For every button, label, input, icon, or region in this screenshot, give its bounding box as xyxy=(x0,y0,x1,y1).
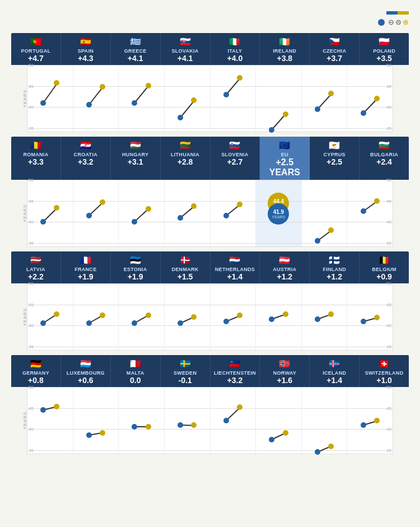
chart-col-austria xyxy=(256,283,302,350)
dot-2012-slovenia xyxy=(223,213,229,218)
dot-2022-slovenia xyxy=(237,202,242,207)
country-change-latvia: +2.2 xyxy=(13,272,58,281)
chart-col-netherlands xyxy=(211,283,256,350)
dot-2022-netherlands xyxy=(237,313,242,318)
dot-2022-spain xyxy=(100,84,105,90)
chart-col-finland xyxy=(302,283,348,350)
chart-col-estonia xyxy=(119,283,165,350)
charts-container: 🇵🇹 PORTUGAL +4.7 🇪🇸 SPAIN +4.3 🇬🇷 GREECE… xyxy=(11,33,409,454)
chart-col-belgium xyxy=(347,283,393,350)
country-name-ireland: IRELAND xyxy=(262,48,307,54)
chart-col-portugal xyxy=(27,65,73,132)
dot-2022-italy xyxy=(237,75,242,81)
country-name-slovenia: SLOVENIA xyxy=(213,152,258,157)
country-cell-slovakia: 🇸🇰 SLOVAKIA +4.1 xyxy=(161,33,211,65)
country-change-slovakia: +4.1 xyxy=(163,54,208,63)
chart-col-malta xyxy=(119,387,165,454)
country-name-belgium: BELGIUM xyxy=(362,267,407,272)
legend-dots: ⊖ ⊜ ⊕ xyxy=(378,18,409,26)
dot-2012-france xyxy=(86,320,92,326)
dot-2012-portugal xyxy=(40,100,46,106)
country-cell-croatia: 🇭🇷 CROATIA +3.2 xyxy=(61,137,111,180)
dot-2022-poland xyxy=(374,96,380,101)
flag-latvia: 🇱🇻 xyxy=(13,255,58,265)
chart-col-slovakia xyxy=(165,65,211,132)
flag-sweden: 🇸🇪 xyxy=(163,358,208,369)
country-cell-czechia: 🇨🇿 CZECHIA +3.7 xyxy=(310,33,360,65)
country-cell-luxembourg: 🇱🇺 LUXEMBOURG +0.6 xyxy=(61,355,111,387)
country-name-spain: SPAIN xyxy=(63,48,108,54)
country-change-spain: +4.3 xyxy=(63,54,108,63)
chart-col-italy xyxy=(211,65,256,132)
flag-italy: 🇮🇹 xyxy=(213,36,258,47)
dot-2012-liechtenstein xyxy=(223,418,229,423)
chart-col-bulgaria xyxy=(347,180,393,246)
country-name-netherlands: NETHERLANDS xyxy=(213,267,258,272)
chart-col-ireland xyxy=(256,65,302,132)
country-change-luxembourg: +0.6 xyxy=(63,376,108,385)
country-change-hungary: +3.1 xyxy=(113,157,158,166)
country-name-germany: GERMANY xyxy=(13,370,58,376)
dot-2022-portugal xyxy=(54,80,59,86)
chart-area-4: 3535404045455050 xyxy=(27,387,393,454)
country-cell-cyprus: 🇨🇾 CYPRUS +2.5 xyxy=(310,137,360,180)
country-cell-sweden: 🇸🇪 SWEDEN -0.1 xyxy=(161,355,211,387)
flag-liechtenstein: 🇱🇮 xyxy=(213,358,258,369)
flag-slovakia: 🇸🇰 xyxy=(163,36,208,47)
page: ⊖ ⊜ ⊕ 🇵🇹 PORTUGAL +4.7 🇪🇸 SPAIN +4.3 🇬🇷 … xyxy=(0,0,420,470)
dot-2012-romania xyxy=(40,219,46,225)
dot-2012-latvia xyxy=(40,320,46,326)
dot-2022-switzerland xyxy=(374,418,380,423)
dot-symbols: ⊖ ⊜ ⊕ xyxy=(388,18,409,26)
connector-line-portugal xyxy=(43,83,58,103)
country-change-eu: +2.5 YEARS xyxy=(262,157,307,178)
dot-2012-slovakia xyxy=(178,115,183,120)
legend: ⊖ ⊜ ⊕ xyxy=(378,11,409,26)
dot-2012-austria xyxy=(269,316,274,322)
country-cell-hungary: 🇭🇺 HUNGARY +3.1 xyxy=(111,137,161,180)
flag-germany: 🇩🇪 xyxy=(13,358,58,369)
chart-col-croatia xyxy=(73,180,119,246)
country-name-hungary: HUNGARY xyxy=(113,152,158,157)
dot-2022-hungary xyxy=(146,206,151,212)
country-change-romania: +3.3 xyxy=(13,157,58,166)
country-change-bulgaria: +2.4 xyxy=(362,157,407,166)
dot-2022-liechtenstein xyxy=(237,404,242,410)
dot-2012-ireland xyxy=(269,127,274,133)
dot-2012-italy xyxy=(223,92,229,97)
dot-2012-belgium xyxy=(361,319,366,324)
country-name-sweden: SWEDEN xyxy=(163,370,208,376)
flag-portugal: 🇵🇹 xyxy=(13,36,58,47)
flag-iceland: 🇮🇸 xyxy=(312,358,357,369)
country-change-italy: +4.0 xyxy=(213,54,258,63)
dot-2012-poland xyxy=(361,110,366,116)
country-cell-ireland: 🇮🇪 IRELAND +3.8 xyxy=(260,33,310,65)
country-name-greece: GREECE xyxy=(113,48,158,54)
chart-col-sweden xyxy=(165,387,211,454)
dot-2022-ireland xyxy=(283,111,288,117)
country-name-denmark: DENMARK xyxy=(163,267,208,272)
flag-belgium: 🇧🇪 xyxy=(362,255,407,265)
country-change-austria: +1.2 xyxy=(262,272,307,281)
country-change-croatia: +3.2 xyxy=(63,157,108,166)
country-name-croatia: CROATIA xyxy=(63,152,108,157)
country-cell-finland: 🇫🇮 FINLAND +1.2 xyxy=(310,251,360,283)
dot-2022-sweden xyxy=(191,422,197,428)
flag-luxembourg: 🇱🇺 xyxy=(63,358,108,369)
country-cell-lithuania: 🇱🇹 LITHUANIA +2.8 xyxy=(161,137,211,180)
dot-2022-lithuania xyxy=(191,203,197,209)
country-change-norway: +1.6 xyxy=(262,376,307,385)
country-change-czechia: +3.7 xyxy=(312,54,357,63)
country-change-switzerland: +1.0 xyxy=(362,376,407,385)
flag-hungary: 🇭🇺 xyxy=(113,140,158,151)
flag-spain: 🇪🇸 xyxy=(63,36,108,47)
country-name-cyprus: CYPRUS xyxy=(312,152,357,157)
dot-2022-bulgaria xyxy=(374,198,380,204)
chart-col-czechia xyxy=(302,65,348,132)
country-change-estonia: +1.9 xyxy=(113,272,158,281)
chart-col-switzerland xyxy=(347,387,393,454)
chart-col-hungary xyxy=(119,180,165,246)
country-name-bulgaria: BULGARIA xyxy=(362,152,407,157)
section-1: 🇵🇹 PORTUGAL +4.7 🇪🇸 SPAIN +4.3 🇬🇷 GREECE… xyxy=(11,33,409,132)
header-row: ⊖ ⊜ ⊕ xyxy=(11,11,409,26)
